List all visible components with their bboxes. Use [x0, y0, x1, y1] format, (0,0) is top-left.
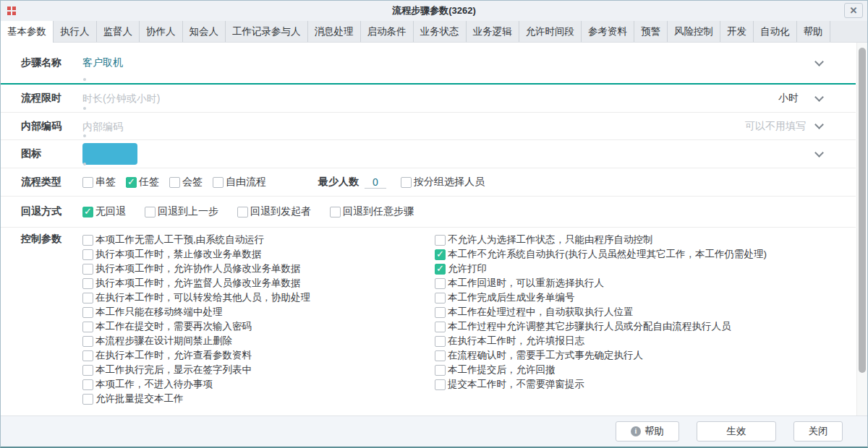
- icon-label: 图标: [21, 147, 82, 160]
- checkbox[interactable]: [213, 177, 224, 188]
- tab[interactable]: 工作记录参与人: [226, 21, 308, 42]
- checkbox[interactable]: [82, 322, 93, 332]
- rollback-option[interactable]: 回退到上一步: [145, 205, 218, 218]
- checkbox[interactable]: [435, 249, 446, 260]
- control-param-option[interactable]: 在执行本工作时，允许填报日志: [435, 334, 767, 348]
- checkbox[interactable]: [435, 235, 446, 246]
- control-param-option[interactable]: 本工作执行完后，显示在签字列表中: [82, 363, 435, 377]
- checkbox[interactable]: [435, 293, 446, 303]
- tab[interactable]: 开发: [720, 21, 754, 42]
- checkbox[interactable]: [435, 379, 446, 390]
- checkbox[interactable]: [435, 322, 446, 332]
- control-param-option[interactable]: 本项工作，不进入待办事项: [82, 377, 435, 392]
- control-param-option[interactable]: 本工作不允许系统自动执行(执行人员虽然处理其它工作，本工作仍需处理): [435, 247, 767, 262]
- control-param-option[interactable]: 在流程确认时，需要手工方式事先确定执行人: [435, 348, 767, 363]
- checkbox[interactable]: [82, 379, 93, 390]
- chevron-down-icon[interactable]: [814, 148, 824, 158]
- checkbox[interactable]: [435, 336, 446, 347]
- control-param-option[interactable]: 在执行本工作时，可以转发给其他人员，协助处理: [82, 290, 435, 305]
- icon-color-swatch[interactable]: [82, 143, 137, 165]
- control-param-option[interactable]: 本工作提交后，允许回撤: [435, 363, 767, 377]
- checkbox[interactable]: [169, 177, 180, 188]
- control-param-option[interactable]: 在执行本工作时，允许查看参数资料: [82, 348, 435, 363]
- control-param-option[interactable]: 本工作只能在移动终端中处理: [82, 305, 435, 319]
- tab[interactable]: 业务状态: [414, 21, 467, 42]
- tab[interactable]: 业务逻辑: [467, 21, 519, 42]
- tab[interactable]: 监督人: [97, 21, 140, 42]
- flow-type-option[interactable]: 串签: [82, 176, 116, 189]
- rollback-options: 无回退 回退到上一步 回退到发起者 回退到任意步骤: [82, 205, 433, 218]
- checkbox[interactable]: [82, 249, 93, 260]
- chevron-down-icon[interactable]: [814, 92, 824, 102]
- group-select-option[interactable]: 按分组选择人员: [401, 176, 485, 189]
- tab[interactable]: 风险控制: [668, 21, 720, 42]
- rollback-option[interactable]: 回退到任意步骤: [330, 205, 414, 218]
- flow-type-option[interactable]: 任签: [126, 176, 159, 189]
- checkbox[interactable]: [435, 307, 446, 318]
- control-param-option[interactable]: 执行本项工作时，允许协作人员修改业务单数据: [82, 262, 435, 276]
- flow-type-option[interactable]: 会签: [169, 176, 203, 189]
- checkbox[interactable]: [82, 336, 93, 347]
- rollback-option[interactable]: 回退到发起者: [237, 205, 311, 218]
- tab[interactable]: 基本参数: [1, 21, 54, 43]
- checkbox[interactable]: [401, 177, 412, 188]
- control-param-option[interactable]: 允许批量提交本工作: [82, 392, 435, 406]
- scrollbar-thumb[interactable]: [859, 48, 866, 373]
- control-param-option[interactable]: 本工作过程中允许调整其它步骤执行人员或分配自由流程执行人员: [435, 319, 767, 334]
- control-param-option[interactable]: 本项工作无需人工干预,由系统自动运行: [82, 233, 435, 247]
- control-param-option[interactable]: 本工作完成后生成业务单编号: [435, 290, 767, 305]
- flow-type-option[interactable]: 自由流程: [213, 176, 266, 189]
- checkbox[interactable]: [82, 264, 93, 275]
- checkbox[interactable]: [435, 365, 446, 376]
- checkbox[interactable]: [82, 293, 93, 303]
- checkbox[interactable]: [82, 207, 93, 217]
- control-param-option[interactable]: 本流程步骤在设计期间禁止删除: [82, 334, 435, 348]
- tab[interactable]: 允许时间段: [519, 21, 582, 42]
- tab[interactable]: 协作人: [140, 21, 183, 42]
- time-limit-unit[interactable]: 小时: [778, 92, 799, 105]
- checkbox[interactable]: [82, 350, 93, 361]
- tab[interactable]: 启动条件: [361, 21, 414, 42]
- checkbox[interactable]: [82, 307, 93, 318]
- close-button[interactable]: 关闭: [793, 421, 843, 441]
- checkbox[interactable]: [82, 394, 93, 405]
- checkbox[interactable]: [330, 207, 341, 217]
- control-param-option[interactable]: 允许打印: [435, 262, 767, 276]
- control-param-option[interactable]: 本工作在提交时，需要再次输入密码: [82, 319, 435, 334]
- internal-code-input[interactable]: [82, 121, 745, 132]
- tab[interactable]: 消息处理: [308, 21, 361, 42]
- checkbox[interactable]: [435, 350, 446, 361]
- checkbox[interactable]: [237, 207, 248, 217]
- checkbox[interactable]: [82, 278, 93, 289]
- close-window-button[interactable]: ✕: [844, 3, 863, 18]
- control-param-option[interactable]: 本工作回退时，可以重新选择执行人: [435, 276, 767, 290]
- checkbox[interactable]: [435, 264, 446, 275]
- vertical-scrollbar[interactable]: [856, 43, 867, 415]
- checkbox[interactable]: [145, 207, 156, 217]
- tab[interactable]: 知会人: [183, 21, 226, 42]
- tab[interactable]: 自动化: [754, 21, 797, 42]
- checkbox[interactable]: [82, 365, 93, 376]
- rollback-option[interactable]: 无回退: [82, 205, 126, 218]
- tab[interactable]: 帮助: [797, 21, 830, 42]
- checkbox[interactable]: [126, 177, 137, 188]
- control-param-option[interactable]: 本工作在处理过程中，自动获取执行人位置: [435, 305, 767, 319]
- control-param-option[interactable]: 提交本工作时，不需要弹窗提示: [435, 377, 767, 392]
- control-param-option[interactable]: 不允许人为选择工作状态，只能由程序自动控制: [435, 233, 767, 247]
- time-limit-input[interactable]: [82, 92, 778, 104]
- checkbox[interactable]: [435, 278, 446, 289]
- checkbox[interactable]: [82, 177, 93, 188]
- help-button[interactable]: i 帮助: [616, 421, 679, 441]
- control-param-option[interactable]: 执行本项工作时，允许监督人员修改业务单数据: [82, 276, 435, 290]
- tab[interactable]: 参考资料: [582, 21, 634, 42]
- apply-button[interactable]: 生效: [697, 421, 776, 441]
- row-control-params: 控制参数 本项工作无需人工干预,由系统自动运行 执行本项工作时，禁止修改业务单数…: [1, 228, 856, 406]
- checkbox[interactable]: [82, 235, 93, 246]
- tab[interactable]: 执行人: [54, 21, 97, 42]
- min-people-input[interactable]: [365, 176, 386, 189]
- chevron-down-icon[interactable]: [814, 120, 824, 129]
- tab[interactable]: 预警: [634, 21, 668, 42]
- control-param-option[interactable]: 执行本项工作时，禁止修改业务单数据: [82, 247, 435, 262]
- chevron-down-icon[interactable]: [814, 57, 824, 66]
- step-name-input[interactable]: [82, 57, 816, 69]
